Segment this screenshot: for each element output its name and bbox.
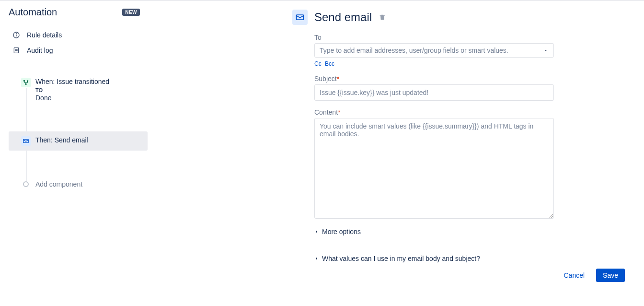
branch-icon	[23, 79, 29, 86]
to-input[interactable]: Type to add email addresses, user/group …	[314, 43, 554, 58]
subject-label: Subject*	[314, 75, 625, 82]
sidebar: Automation NEW Rule details Audit log	[0, 1, 149, 306]
section-header: Send email	[292, 10, 625, 25]
more-options-toggle[interactable]: More options	[314, 228, 625, 235]
delete-button[interactable]	[379, 13, 386, 21]
subject-field-group: Subject*	[314, 75, 625, 101]
svg-point-6	[23, 80, 24, 81]
content-input[interactable]	[314, 118, 554, 219]
action-step[interactable]: Then: Send email	[9, 131, 148, 151]
to-placeholder: Type to add email addresses, user/group …	[320, 47, 508, 54]
help-label: What values can I use in my email body a…	[322, 255, 480, 262]
subject-input[interactable]	[314, 84, 554, 101]
required-marker: *	[337, 75, 339, 82]
chevron-right-icon	[314, 256, 319, 261]
section-icon-box	[292, 10, 308, 25]
trigger-body: When: Issue transitioned TO Done	[35, 78, 109, 102]
svg-point-8	[25, 83, 26, 84]
trash-icon	[379, 13, 386, 21]
save-button[interactable]: Save	[596, 269, 625, 282]
rule-details-label: Rule details	[27, 31, 62, 39]
cancel-button[interactable]: Cancel	[557, 269, 591, 282]
mail-icon	[295, 12, 305, 22]
audit-log-label: Audit log	[27, 47, 53, 54]
sidebar-header: Automation NEW	[0, 7, 149, 20]
main-panel: Send email To Type to add email addresse…	[149, 1, 644, 306]
trigger-title: When: Issue transitioned	[35, 78, 109, 85]
to-label: To	[314, 34, 625, 41]
to-field-group: To Type to add email addresses, user/gro…	[314, 34, 625, 67]
content-label-text: Content	[314, 108, 338, 116]
cc-link[interactable]: Cc	[314, 60, 322, 67]
add-component[interactable]: Add component	[9, 176, 149, 193]
section-title: Send email	[314, 11, 372, 24]
side-links: Rule details Audit log	[0, 20, 149, 61]
audit-log-link[interactable]: Audit log	[0, 43, 149, 58]
svg-point-7	[27, 80, 28, 81]
rule-steps: When: Issue transitioned TO Done Then: S…	[0, 67, 149, 198]
action-body: Then: Send email	[35, 136, 88, 144]
footer-actions: Cancel Save	[557, 269, 625, 282]
new-badge: NEW	[122, 9, 140, 16]
help-toggle[interactable]: What values can I use in my email body a…	[314, 255, 625, 262]
cc-bcc-row: Cc Bcc	[314, 60, 625, 67]
list-icon	[12, 47, 20, 54]
rule-details-link[interactable]: Rule details	[0, 27, 149, 43]
circle-icon	[23, 181, 29, 187]
svg-point-2	[16, 34, 16, 34]
required-marker: *	[338, 108, 340, 116]
bcc-link[interactable]: Bcc	[325, 60, 334, 67]
action-icon-box	[21, 136, 31, 146]
content-label: Content*	[314, 108, 625, 116]
chevron-right-icon	[314, 229, 319, 234]
trigger-icon-box	[21, 78, 31, 87]
trigger-to-label: TO	[35, 87, 109, 93]
trigger-step[interactable]: When: Issue transitioned TO Done	[9, 73, 148, 130]
content-field-group: Content*	[314, 108, 625, 220]
chevron-down-icon	[543, 47, 549, 53]
divider	[9, 64, 140, 64]
action-title: Then: Send email	[35, 136, 88, 144]
info-icon	[12, 31, 20, 39]
add-component-label: Add component	[35, 180, 82, 188]
more-options-label: More options	[322, 228, 361, 235]
trigger-to-value: Done	[35, 94, 109, 102]
mail-icon	[23, 138, 29, 144]
subject-label-text: Subject	[314, 75, 337, 82]
form: To Type to add email addresses, user/gro…	[314, 34, 625, 262]
page-title: Automation	[9, 7, 57, 18]
